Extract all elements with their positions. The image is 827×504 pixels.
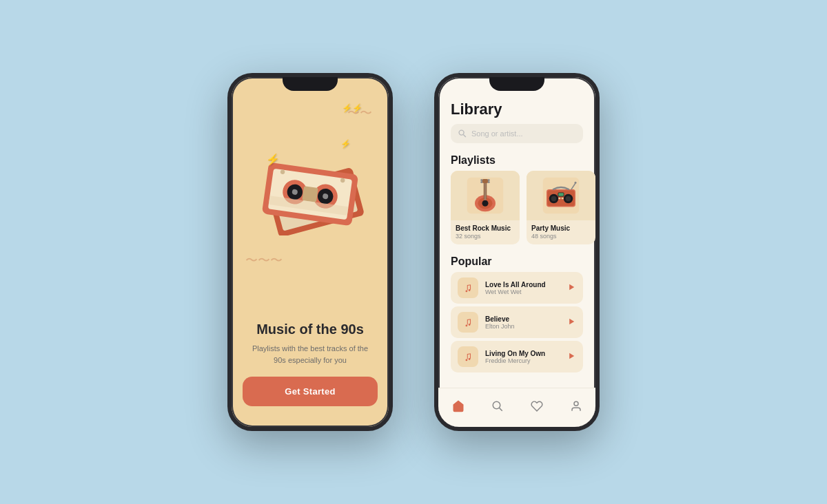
- playlist-card-rock[interactable]: Best Rock Music 32 songs: [451, 171, 520, 244]
- phone-splash: 〜〜 〜〜〜 ⚡ ⚡ ⚡⚡: [227, 73, 393, 431]
- svg-point-51: [574, 401, 578, 406]
- song-item-1[interactable]: Believe Elton John: [451, 306, 583, 338]
- profile-nav-icon: [570, 400, 582, 412]
- svg-rect-45: [562, 198, 564, 199]
- song-name-2: Living On My Own: [485, 350, 560, 357]
- song-item-2[interactable]: Living On My Own Freddie Mercury: [451, 341, 583, 372]
- bolt-top-left: ⚡: [266, 153, 280, 166]
- play-icon-1: [566, 317, 576, 326]
- svg-point-31: [488, 179, 490, 181]
- svg-marker-47: [569, 319, 574, 324]
- svg-point-30: [480, 181, 482, 183]
- play-button-1[interactable]: [566, 317, 576, 328]
- song-list: Love Is All Around Wet Wet Wet: [438, 272, 595, 388]
- svg-point-43: [575, 182, 577, 184]
- playlist-count-rock: 32 songs: [456, 233, 515, 240]
- playlists-row: Best Rock Music 32 songs: [438, 171, 595, 249]
- search-icon: [458, 129, 467, 138]
- svg-point-49: [493, 401, 500, 409]
- svg-point-37: [551, 196, 557, 202]
- playlist-info-party: Party Music 48 songs: [527, 220, 595, 244]
- music-note-icon-0: [463, 283, 473, 293]
- boombox-illustration: [540, 175, 582, 216]
- bolt-top-right: ⚡: [340, 139, 351, 149]
- svg-point-29: [480, 179, 482, 181]
- get-started-button[interactable]: Get Started: [243, 377, 378, 406]
- notch: [283, 77, 338, 91]
- search-placeholder-text: Song or artist...: [471, 129, 523, 138]
- song-name-1: Believe: [485, 315, 560, 323]
- splash-content: 〜〜 〜〜〜 ⚡ ⚡ ⚡⚡: [232, 77, 389, 427]
- playlist-thumb-party: [527, 171, 595, 220]
- search-nav-icon: [491, 400, 504, 412]
- splash-illustration: ⚡ ⚡ ⚡⚡: [232, 98, 389, 277]
- bolt-bottom-right: ⚡⚡: [342, 103, 363, 113]
- library-header: Library Song or artist...: [438, 95, 595, 147]
- playlist-count-party: 48 songs: [531, 233, 591, 240]
- nav-profile[interactable]: [565, 395, 587, 417]
- notch-library: [489, 77, 544, 91]
- playlist-name-party: Party Music: [531, 224, 591, 233]
- song-artist-1: Elton John: [485, 323, 560, 330]
- svg-marker-46: [569, 284, 574, 290]
- search-bar[interactable]: Song or artist...: [451, 124, 583, 143]
- song-item-0[interactable]: Love Is All Around Wet Wet Wet: [451, 272, 583, 304]
- svg-point-19: [459, 130, 464, 135]
- song-info-2: Living On My Own Freddie Mercury: [485, 350, 560, 364]
- play-button-0[interactable]: [566, 282, 576, 293]
- splash-text-area: Music of the 90s Playlists with the best…: [232, 321, 389, 366]
- song-info-0: Love Is All Around Wet Wet Wet: [485, 281, 560, 295]
- song-icon-box-0: [458, 277, 478, 298]
- splash-title: Music of the 90s: [248, 321, 372, 337]
- library-title: Library: [451, 101, 583, 118]
- bottom-nav: [438, 388, 595, 427]
- play-icon-2: [566, 351, 576, 361]
- nav-search[interactable]: [487, 395, 509, 417]
- nav-heart[interactable]: [526, 395, 548, 417]
- playlist-name-rock: Best Rock Music: [456, 224, 515, 233]
- svg-marker-48: [569, 353, 574, 359]
- guitar-illustration: [464, 175, 506, 216]
- svg-point-32: [488, 181, 490, 183]
- phone-library: Library Song or artist... Playlists: [434, 73, 600, 431]
- playlist-card-party[interactable]: Party Music 48 songs: [527, 171, 595, 244]
- nav-home[interactable]: [447, 395, 469, 417]
- heart-nav-icon: [531, 400, 543, 412]
- song-artist-0: Wet Wet Wet: [485, 288, 560, 295]
- playlists-label: Playlists: [438, 147, 595, 171]
- playlist-thumb-rock: [451, 171, 520, 220]
- svg-rect-15: [302, 186, 318, 202]
- music-note-icon-1: [463, 317, 473, 327]
- library-content: Library Song or artist... Playlists: [438, 77, 595, 427]
- play-button-2[interactable]: [566, 351, 576, 362]
- splash-subtitle: Playlists with the best tracks of the 90…: [248, 343, 372, 366]
- svg-rect-41: [558, 193, 564, 196]
- song-icon-box-1: [458, 312, 478, 333]
- home-icon: [452, 400, 464, 412]
- svg-rect-28: [482, 179, 489, 183]
- popular-label: Popular: [438, 249, 595, 272]
- svg-line-20: [463, 134, 466, 137]
- svg-point-39: [566, 196, 571, 202]
- music-note-icon-2: [463, 352, 473, 361]
- playlist-info-rock: Best Rock Music 32 songs: [451, 220, 520, 244]
- song-info-1: Believe Elton John: [485, 315, 560, 330]
- song-name-0: Love Is All Around: [485, 281, 560, 288]
- song-artist-2: Freddie Mercury: [485, 357, 560, 364]
- play-icon-0: [566, 282, 576, 292]
- svg-line-50: [499, 408, 502, 411]
- song-icon-box-2: [458, 346, 478, 367]
- svg-point-27: [482, 200, 489, 207]
- svg-rect-44: [558, 198, 560, 199]
